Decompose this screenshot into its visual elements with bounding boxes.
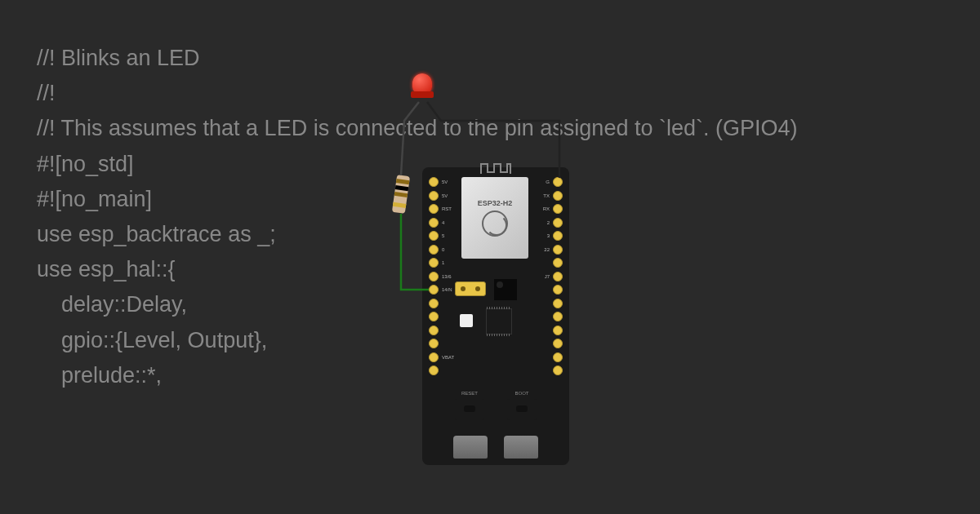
circuit-simulator[interactable]: 5V 5V RST 4 5 0 1 13/6 14/N VBAT xyxy=(372,73,600,416)
usb-port-icon xyxy=(453,436,488,459)
usb-connectors xyxy=(453,436,538,459)
usb-port-icon xyxy=(504,436,538,459)
code-line: //! Blinks an LED xyxy=(37,41,797,76)
circuit-wires xyxy=(372,73,600,416)
